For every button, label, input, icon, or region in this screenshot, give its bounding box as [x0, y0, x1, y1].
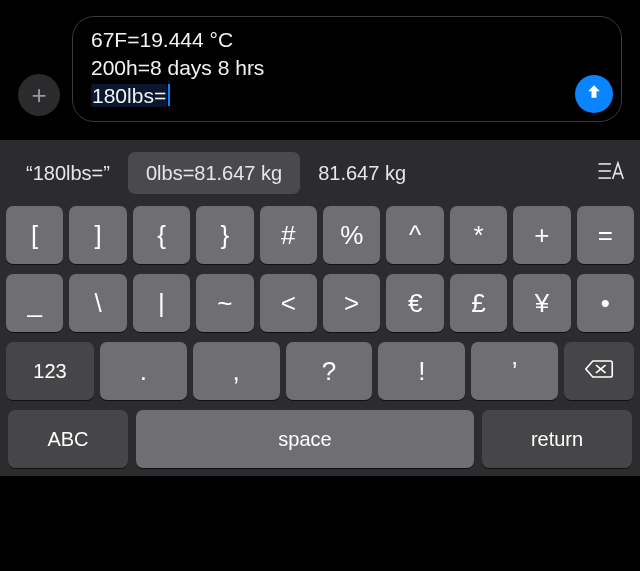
- suggestion[interactable]: 81.647 kg: [300, 152, 424, 194]
- suggestion-selected[interactable]: 0lbs=81.647 kg: [128, 152, 300, 194]
- key-left-brace[interactable]: {: [133, 206, 190, 264]
- key-bullet[interactable]: •: [577, 274, 634, 332]
- suggestion[interactable]: “180lbs=”: [8, 152, 128, 194]
- key-row-2: _ \ | ~ < > € £ ¥ •: [6, 274, 634, 332]
- key-period[interactable]: .: [100, 342, 187, 400]
- text-format-button[interactable]: [584, 152, 636, 194]
- key-euro[interactable]: €: [386, 274, 443, 332]
- key-pipe[interactable]: |: [133, 274, 190, 332]
- key-greater-than[interactable]: >: [323, 274, 380, 332]
- key-row-4: ABC space return: [6, 410, 634, 468]
- key-asterisk[interactable]: *: [450, 206, 507, 264]
- key-percent[interactable]: %: [323, 206, 380, 264]
- key-apostrophe[interactable]: ’: [471, 342, 558, 400]
- key-comma[interactable]: ,: [193, 342, 280, 400]
- key-numbers[interactable]: 123: [6, 342, 94, 400]
- keyboard: “180lbs=” 0lbs=81.647 kg 81.647 kg [ ] {…: [0, 140, 640, 476]
- key-less-than[interactable]: <: [260, 274, 317, 332]
- input-active-text: 180lbs=: [91, 84, 167, 107]
- plus-icon: +: [31, 80, 46, 111]
- suggestion-bar: “180lbs=” 0lbs=81.647 kg 81.647 kg: [0, 144, 640, 202]
- input-line-active: 180lbs=: [91, 83, 565, 109]
- text-format-icon: [595, 158, 625, 188]
- key-equals[interactable]: =: [577, 206, 634, 264]
- key-return[interactable]: return: [482, 410, 632, 468]
- arrow-up-icon: [584, 82, 604, 106]
- key-underscore[interactable]: _: [6, 274, 63, 332]
- key-yen[interactable]: ¥: [513, 274, 570, 332]
- key-right-bracket[interactable]: ]: [69, 206, 126, 264]
- text-input[interactable]: 67F=19.444 °C 200h=8 days 8 hrs 180lbs=: [72, 16, 622, 122]
- key-row-3: 123 . , ? ! ’: [6, 342, 634, 400]
- key-tilde[interactable]: ~: [196, 274, 253, 332]
- key-question[interactable]: ?: [286, 342, 373, 400]
- key-right-brace[interactable]: }: [196, 206, 253, 264]
- send-button[interactable]: [575, 75, 613, 113]
- key-plus[interactable]: +: [513, 206, 570, 264]
- key-row-1: [ ] { } # % ^ * + =: [6, 206, 634, 264]
- add-button[interactable]: +: [18, 74, 60, 116]
- text-cursor: [168, 84, 170, 106]
- input-line: 67F=19.444 °C: [91, 27, 565, 53]
- key-left-bracket[interactable]: [: [6, 206, 63, 264]
- input-line: 200h=8 days 8 hrs: [91, 55, 565, 81]
- key-pound[interactable]: £: [450, 274, 507, 332]
- key-caret[interactable]: ^: [386, 206, 443, 264]
- backspace-icon: [584, 357, 614, 386]
- key-backslash[interactable]: \: [69, 274, 126, 332]
- key-backspace[interactable]: [564, 342, 634, 400]
- compose-area: + 67F=19.444 °C 200h=8 days 8 hrs 180lbs…: [0, 0, 640, 140]
- key-hash[interactable]: #: [260, 206, 317, 264]
- key-space[interactable]: space: [136, 410, 474, 468]
- key-grid: [ ] { } # % ^ * + = _ \ | ~ < > € £ ¥ • …: [0, 202, 640, 476]
- key-exclaim[interactable]: !: [378, 342, 465, 400]
- key-abc[interactable]: ABC: [8, 410, 128, 468]
